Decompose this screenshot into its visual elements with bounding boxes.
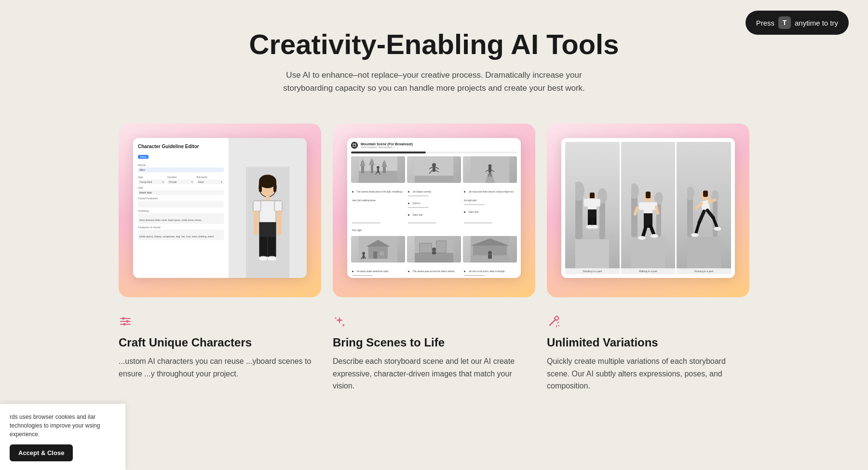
cge-ethnicity-select[interactable]: Asian ▾ [196,180,224,184]
cards-container: Character Guideline Editor Beta Name Ale… [0,104,868,307]
svg-rect-74 [590,193,595,199]
cge-age-select[interactable]: Young Adult ▾ [138,180,165,184]
svg-rect-15 [268,237,276,257]
svg-line-124 [557,322,559,323]
sb-icon [351,142,358,149]
svg-rect-67 [488,255,492,259]
svg-line-110 [699,211,704,222]
svg-rect-14 [259,237,267,257]
character-illustration [229,138,307,278]
svg-line-93 [635,208,637,214]
svg-rect-90 [644,202,652,214]
svg-rect-91 [639,202,645,210]
feature-craft-title: Craft Unique Characters [119,336,321,349]
cge-facial-label: Facial Features [138,197,224,200]
svg-rect-3 [259,181,262,192]
svg-point-101 [687,187,694,200]
svg-rect-76 [584,199,589,207]
anytime-label: anytime to try [795,19,838,27]
page-title: Creativity-Enabling AI Tools [10,29,858,60]
cge-title: Character Guideline Editor [138,144,224,149]
feature-craft-characters: Craft Unique Characters ...ustom AI char… [119,315,321,392]
svg-line-112 [696,222,699,234]
svg-rect-10 [277,210,282,230]
cookie-text: rds uses browser cookies and ilar techno… [10,413,116,439]
svg-point-98 [638,236,646,240]
svg-rect-18 [353,144,356,147]
svg-rect-5 [266,196,270,201]
svg-point-11 [253,228,259,235]
page-header: Creativity-Enabling AI Tools Use AI to e… [0,0,868,104]
svg-point-60 [432,248,436,251]
cge-name-label: Name [138,164,224,166]
sb-desc-3: Jon stops and looks around, trying to fi… [463,185,517,219]
svg-line-126 [558,325,559,326]
sb-desc-6: Jon sits on the porch, deep in thought. … [463,264,517,278]
svg-rect-77 [596,199,600,207]
svg-point-28 [377,166,380,169]
variation-1: Standing in a park [565,142,620,274]
cge-hair-label: Hair [138,186,224,189]
features-container: Craft Unique Characters ...ustom AI char… [0,307,868,392]
cge-age-label: Age [138,176,165,179]
svg-point-12 [276,228,282,235]
card-storyboard: Mountain Scene (For Broadcast) Visit Out… [333,124,535,297]
sb-desc-4: He slowly walks toward the cabin Trackin… [351,264,405,278]
card-character-editor: Character Guideline Editor Beta Name Ale… [119,124,321,297]
svg-line-108 [696,203,702,208]
svg-rect-34 [433,167,435,172]
svg-point-16 [258,256,268,261]
cge-avoid-label: Features to Avoid [138,226,224,229]
svg-rect-51 [380,251,384,255]
variation-1-label: Standing in a park [565,268,620,274]
cge-gender-label: Gender [167,176,195,179]
svg-line-96 [643,227,646,237]
feature-variations-title: Unlimited Variations [547,336,749,349]
svg-rect-42 [488,167,491,172]
svg-point-66 [488,251,492,255]
svg-point-69 [575,181,584,201]
sb-cell-3 [463,156,517,183]
feature-scenes-desc: Describe each storyboard scene and let o… [333,355,535,392]
svg-rect-6 [259,201,276,224]
feature-craft-desc: ...ustom AI characters you can reuse ...… [119,355,321,380]
svg-rect-104 [687,237,721,268]
svg-rect-39 [415,176,453,183]
svg-line-97 [651,226,654,235]
feature-scenes-title: Bring Scenes to Life [333,336,535,349]
svg-point-121 [123,323,126,326]
sb-cell-1 [351,156,405,183]
variation-3-label: Running in a park [677,268,731,274]
subtitle: Use AI to enhance–not replace–your creat… [280,69,588,95]
variation-3: Running in a park [677,142,731,274]
cge-hair-input: black bob [138,190,224,195]
cge-gender-select[interactable]: Female ▾ [167,180,195,184]
svg-line-94 [656,207,658,213]
svg-rect-7 [253,201,261,211]
sb-desc-1: The camera slowly pans to the right, rev… [351,185,405,219]
cge-badge: Beta [138,155,149,159]
sb-cell-5 [407,236,461,263]
svg-rect-8 [274,201,282,211]
svg-rect-87 [631,237,665,268]
accept-close-button[interactable]: Accept & Close [10,444,73,461]
character-svg [246,167,289,278]
feature-bring-scenes: Bring Scenes to Life Describe each story… [333,315,535,392]
sliders-icon [119,315,321,330]
sb-desc-5: The camera pans across the cabin's inter… [407,264,461,278]
press-try-button[interactable]: Press T anytime to try [746,11,849,35]
sb-subtitle[interactable]: Visit Outdoor Storyboard > [361,146,413,149]
sb-cell-6 [463,236,517,263]
svg-rect-58 [420,243,432,253]
svg-rect-75 [588,198,597,210]
t-key-badge: T [778,16,791,29]
storyboard-screenshot: Mountain Scene (For Broadcast) Visit Out… [347,138,521,278]
sb-desc-2: Jon begins running Zoom in Static shot [407,185,461,219]
svg-rect-72 [575,239,609,268]
svg-point-114 [691,233,699,237]
svg-rect-61 [432,251,436,254]
svg-line-122 [550,319,556,325]
cge-name-input: Alex [138,167,224,172]
cge-facial-input [138,201,224,207]
svg-point-17 [267,256,277,261]
